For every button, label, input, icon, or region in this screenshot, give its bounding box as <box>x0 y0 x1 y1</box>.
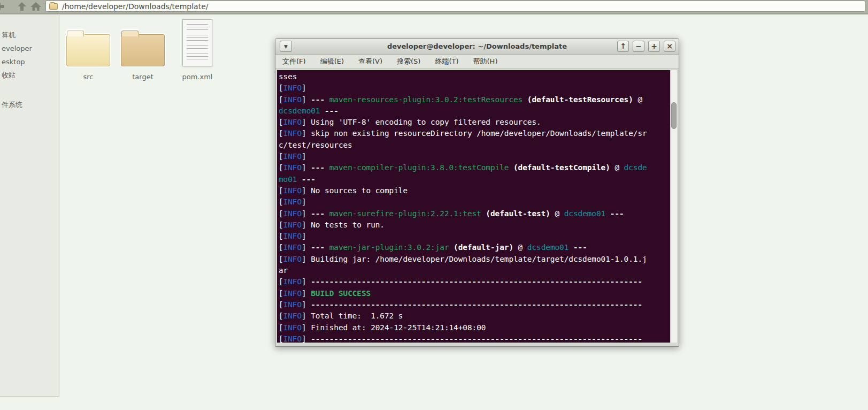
terminal-line: [INFO] <box>279 82 670 94</box>
terminal-line: [INFO] Finished at: 2024-12-25T14:21:14+… <box>279 322 670 333</box>
location-bar[interactable]: /home/developer/Downloads/template/ <box>45 1 865 12</box>
window-buttons: ↑−+× <box>617 41 675 52</box>
terminal-line: c/test/resources <box>279 140 670 151</box>
terminal-line: [INFO] --- maven-surefire-plugin:2.22.1:… <box>279 208 670 219</box>
sidebar-item[interactable]: 收站 <box>0 70 59 81</box>
terminal-line: [INFO] ---------------------------------… <box>279 276 670 287</box>
terminal-line: [INFO] --- maven-jar-plugin:3.0.2:jar (d… <box>279 242 670 253</box>
terminal-line: [INFO] No sources to compile <box>279 185 670 196</box>
back-icon[interactable] <box>0 2 5 11</box>
shade-button[interactable]: ↑ <box>617 41 629 52</box>
home-icon[interactable] <box>30 2 42 11</box>
terminal-line: dcsdemo01 --- <box>279 105 670 117</box>
file-item-src[interactable]: src <box>61 15 116 81</box>
file-list: srctargetpom.xml <box>61 15 225 81</box>
terminal-window: ▼ developer@developer: ~/Downloads/templ… <box>275 38 679 347</box>
window-menu-dropdown-icon[interactable]: ▼ <box>280 41 292 52</box>
maximize-button[interactable]: + <box>648 41 660 52</box>
sidebar-item[interactable]: 算机 <box>0 30 59 41</box>
terminal-line: [INFO] <box>279 196 670 208</box>
file-item-target[interactable]: target <box>116 15 170 81</box>
menu-item[interactable]: 搜索(S) <box>397 57 420 66</box>
terminal-output: sses[INFO][INFO] --- maven-resources-plu… <box>279 71 670 343</box>
menu-item[interactable]: 编辑(E) <box>320 57 344 66</box>
terminal-line: [INFO] Building jar: /home/developer/Dow… <box>279 254 670 265</box>
terminal-line: ar <box>279 265 670 276</box>
terminal-line: [INFO] ---------------------------------… <box>279 333 670 343</box>
sidebar-item[interactable]: 件系统 <box>0 100 59 110</box>
terminal-titlebar[interactable]: ▼ developer@developer: ~/Downloads/templ… <box>275 39 679 55</box>
terminal-scrollbar[interactable] <box>670 70 677 343</box>
menu-item[interactable]: 终端(T) <box>435 57 458 66</box>
terminal-line: [INFO] Using 'UTF-8' encoding to copy fi… <box>279 117 670 128</box>
sidebar-item[interactable]: eveloper <box>0 43 59 54</box>
file-manager-toolbar: /home/developer/Downloads/template/ <box>0 0 868 13</box>
file-label: target <box>116 73 170 81</box>
menu-item[interactable]: 查看(V) <box>358 57 382 66</box>
toolbar-separator <box>0 13 868 14</box>
menu-item[interactable]: 帮助(H) <box>473 57 498 66</box>
file-label: src <box>61 73 116 81</box>
terminal-line: [INFO] Total time: 1.672 s <box>279 310 670 322</box>
up-icon[interactable] <box>16 2 28 11</box>
close-button[interactable]: × <box>664 41 675 52</box>
terminal-line: mo01 --- <box>279 174 670 185</box>
scrollbar-thumb[interactable] <box>671 102 677 129</box>
terminal-menubar: 文件(F)编辑(E)查看(V)搜索(S)终端(T)帮助(H) <box>275 55 679 69</box>
terminal-screen[interactable]: sses[INFO][INFO] --- maven-resources-plu… <box>277 70 677 343</box>
terminal-line: [INFO] <box>279 151 670 162</box>
terminal-line: [INFO] --- maven-compiler-plugin:3.8.0:t… <box>279 162 670 173</box>
terminal-line: [INFO] --- maven-resources-plugin:3.0.2:… <box>279 94 670 105</box>
document-icon <box>182 19 212 66</box>
folder-icon <box>66 34 110 66</box>
terminal-line: [INFO] No tests to run. <box>279 219 670 231</box>
terminal-line: [INFO] skip non existing resourceDirecto… <box>279 128 670 139</box>
file-item-pom.xml[interactable]: pom.xml <box>170 15 225 81</box>
menu-item[interactable]: 文件(F) <box>282 57 306 66</box>
sidebar-item[interactable]: esktop <box>0 57 59 67</box>
terminal-line: sses <box>279 71 670 82</box>
terminal-line: [INFO] BUILD SUCCESS <box>279 288 670 299</box>
location-path: /home/developer/Downloads/template/ <box>62 2 208 11</box>
minimize-button[interactable]: − <box>633 41 644 52</box>
terminal-line: [INFO] ---------------------------------… <box>279 299 670 310</box>
file-label: pom.xml <box>170 73 225 81</box>
terminal-line: [INFO] <box>279 231 670 242</box>
file-manager-sidebar: 算机eveloperesktop收站件系统 <box>0 15 59 397</box>
folder-icon <box>49 3 58 10</box>
folder-icon <box>121 34 165 66</box>
